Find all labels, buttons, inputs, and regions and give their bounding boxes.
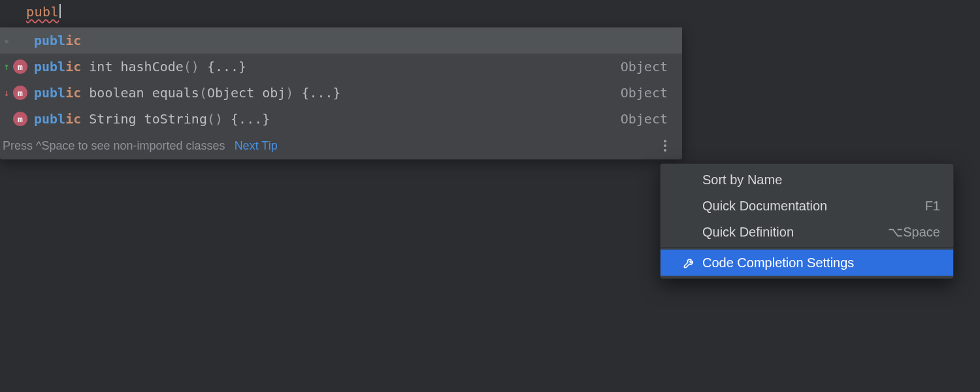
completion-item[interactable]: ↓ m public boolean equals(Object obj) {.… — [0, 80, 682, 106]
typed-text: publ — [26, 4, 59, 20]
method-badge-icon: m — [13, 86, 27, 100]
completion-footer: Press ^Space to see non-imported classes… — [0, 132, 682, 159]
caret-icon — [59, 4, 61, 18]
completion-tail: Object — [621, 111, 668, 127]
menu-shortcut: F1 — [925, 199, 940, 214]
completion-item[interactable]: ↑ m public int hashCode() {...} Object — [0, 54, 682, 80]
completion-popup: ★ public ↑ m public int hashCode() {...}… — [0, 27, 682, 159]
method-badge-icon: m — [13, 59, 27, 74]
override-down-icon: ↓ — [1, 87, 12, 99]
menu-item-quick-definition[interactable]: Quick Definition ⌥Space — [661, 219, 953, 245]
menu-item-sort-by-name[interactable]: Sort by Name — [661, 167, 953, 193]
editor-line[interactable]: publ — [26, 4, 61, 20]
completion-item[interactable]: ★ public — [0, 27, 682, 54]
completion-tail: Object — [621, 85, 668, 101]
completion-item[interactable]: m public String toString() {...} Object — [0, 106, 682, 132]
star-icon: ★ — [1, 35, 12, 46]
method-badge-icon: m — [13, 112, 27, 126]
next-tip-link[interactable]: Next Tip — [235, 139, 278, 153]
menu-item-quick-documentation[interactable]: Quick Documentation F1 — [661, 193, 953, 219]
more-options-icon[interactable] — [659, 140, 672, 152]
badge-placeholder — [13, 33, 27, 48]
menu-item-code-completion-settings[interactable]: Code Completion Settings — [661, 250, 953, 276]
completion-tail: Object — [621, 59, 668, 74]
footer-hint: Press ^Space to see non-imported classes — [3, 139, 225, 153]
menu-label: Code Completion Settings — [702, 255, 854, 270]
completion-signature: public — [30, 33, 668, 48]
completion-signature: public int hashCode() {...} — [30, 59, 621, 74]
override-up-icon: ↑ — [1, 61, 12, 73]
completion-signature: public boolean equals(Object obj) {...} — [30, 85, 621, 101]
menu-label: Sort by Name — [702, 172, 782, 188]
wrench-icon — [683, 256, 696, 269]
menu-label: Quick Documentation — [702, 199, 827, 214]
menu-label: Quick Definition — [702, 225, 794, 240]
completion-signature: public String toString() {...} — [30, 111, 621, 127]
context-menu: Sort by Name Quick Documentation F1 Quic… — [660, 163, 954, 279]
menu-shortcut: ⌥Space — [888, 224, 940, 240]
menu-separator — [661, 247, 953, 248]
